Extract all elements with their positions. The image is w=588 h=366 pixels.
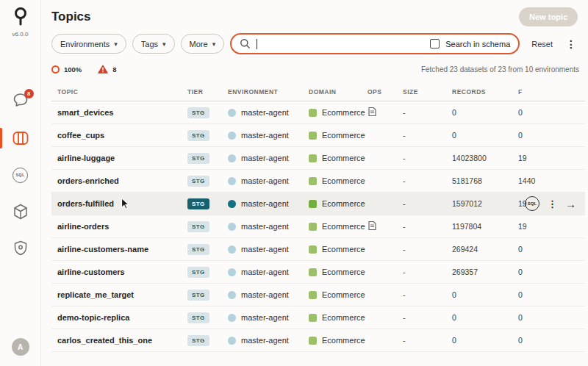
records-value: 0 xyxy=(446,313,512,322)
domain-square xyxy=(309,291,317,299)
column-header-environment[interactable]: ENVIRONMENT xyxy=(222,88,303,96)
toolbar: Environments ▾ Tags ▾ More ▾ Search in s… xyxy=(51,33,579,54)
chevron-down-icon: ▾ xyxy=(114,40,118,48)
sidebar-nav: 8 SQL xyxy=(0,89,40,261)
table-row[interactable]: smart_devices STG master-agent Ecommerce… xyxy=(51,101,585,124)
search-input[interactable] xyxy=(263,39,424,49)
records-value: 0 xyxy=(446,108,512,117)
environment-name: master-agent xyxy=(241,222,289,231)
environment-name: master-agent xyxy=(241,154,289,162)
search-in-schema-checkbox[interactable] xyxy=(430,39,440,49)
size-value: - xyxy=(397,268,446,276)
environment-dot xyxy=(228,291,236,299)
row-sql-button[interactable]: SQL xyxy=(525,196,539,211)
environment-name: master-agent xyxy=(241,131,289,140)
environment-dot xyxy=(228,200,236,208)
size-value: - xyxy=(397,199,446,208)
domain-square xyxy=(309,337,317,345)
row-open-arrow[interactable]: → xyxy=(565,198,576,210)
table-row[interactable]: airline-luggage STG master-agent Ecommer… xyxy=(51,147,585,170)
chevron-down-icon: ▾ xyxy=(162,40,166,48)
sidebar-item-apps[interactable] xyxy=(0,199,40,224)
size-value: - xyxy=(397,222,446,231)
last-column-value: 19 xyxy=(512,154,585,162)
sidebar: v6.0.0 8 SQL xyxy=(0,0,41,366)
text-caret xyxy=(257,39,257,49)
size-value: - xyxy=(397,108,446,117)
topic-name: orders-enriched xyxy=(51,176,182,185)
app-logo[interactable] xyxy=(12,7,29,29)
table-row[interactable]: coffee_cups STG master-agent Ecommerce -… xyxy=(51,124,585,147)
records-value: 14023800 xyxy=(446,154,512,162)
ops-contract-icon xyxy=(368,107,377,117)
table-header-row: TOPICTIERENVIRONMENTDOMAINOPSSIZERECORDS… xyxy=(51,82,585,101)
filter-tags[interactable]: Tags ▾ xyxy=(132,34,175,54)
last-column-value: 0 xyxy=(512,336,585,345)
records-value: 269357 xyxy=(446,268,512,276)
table-row[interactable]: demo-topic-replica STG master-agent Ecom… xyxy=(51,306,585,329)
column-header-f[interactable]: F xyxy=(512,88,585,96)
environment-name: master-agent xyxy=(241,108,289,117)
toolbar-kebab-icon[interactable]: ⋮ xyxy=(563,38,579,50)
domain-square xyxy=(309,314,317,322)
domain-name: Ecommerce xyxy=(322,131,365,140)
environment-dot xyxy=(228,268,236,276)
column-header-tier[interactable]: TIER xyxy=(182,88,222,96)
warning-icon xyxy=(98,65,108,73)
records-value: 0 xyxy=(446,336,512,345)
column-header-size[interactable]: SIZE xyxy=(397,88,446,96)
app-window: v6.0.0 8 SQL xyxy=(0,0,588,366)
topic-name: demo-topic-replica xyxy=(51,313,182,322)
table-row[interactable]: replicate_me_target STG master-agent Eco… xyxy=(51,284,585,306)
domain-name: Ecommerce xyxy=(322,290,365,299)
search-icon xyxy=(240,38,251,49)
sidebar-item-topics[interactable] xyxy=(0,126,40,151)
domain-square xyxy=(309,245,317,254)
health-percent: 100% xyxy=(64,65,82,73)
sql-icon: SQL xyxy=(12,168,28,183)
domain-square xyxy=(309,132,317,140)
filter-environments-label: Environments xyxy=(60,40,110,49)
domain-name: Ecommerce xyxy=(322,154,365,162)
topic-name: orders-fulfilled xyxy=(51,199,182,208)
environment-dot xyxy=(228,223,236,231)
domain-name: Ecommerce xyxy=(322,336,365,345)
column-header-records[interactable]: RECORDS xyxy=(446,88,512,96)
filter-more[interactable]: More ▾ xyxy=(181,34,225,54)
topics-table: TOPICTIERENVIRONMENTDOMAINOPSSIZERECORDS… xyxy=(51,82,585,352)
search-box[interactable]: Search in schema xyxy=(230,33,520,54)
column-header-ops[interactable]: OPS xyxy=(362,88,397,96)
table-row[interactable]: airline-customers-name STG master-agent … xyxy=(51,238,585,261)
page-header: Topics New topic xyxy=(41,0,588,26)
avatar[interactable]: A xyxy=(12,338,29,356)
size-value: - xyxy=(397,290,446,299)
sidebar-item-sql-studio[interactable]: SQL xyxy=(0,162,40,187)
column-header-topic[interactable]: TOPIC xyxy=(51,88,182,96)
sidebar-item-admin[interactable] xyxy=(0,236,40,261)
table-row[interactable]: carlos_created_this_one STG master-agent… xyxy=(51,329,585,352)
column-header-domain[interactable]: DOMAIN xyxy=(303,88,362,96)
new-topic-button[interactable]: New topic xyxy=(519,7,578,26)
table-body: smart_devices STG master-agent Ecommerce… xyxy=(51,101,585,352)
tier-badge: STG xyxy=(187,107,209,118)
chat-badge: 8 xyxy=(24,89,34,98)
filter-tags-label: Tags xyxy=(141,40,158,49)
filter-environments[interactable]: Environments ▾ xyxy=(51,34,126,54)
tier-badge: STG xyxy=(187,221,209,232)
environment-name: master-agent xyxy=(241,336,289,345)
chevron-down-icon: ▾ xyxy=(212,40,216,48)
table-row[interactable]: orders-enriched STG master-agent Ecommer… xyxy=(51,170,585,193)
reset-button[interactable]: Reset xyxy=(531,40,553,49)
table-row[interactable]: airline-customers STG master-agent Ecomm… xyxy=(51,261,585,284)
package-icon xyxy=(13,204,28,220)
last-column-value: 0 xyxy=(512,268,585,276)
table-row[interactable]: orders-fulfilled STG master-agent Ecomme… xyxy=(51,193,585,215)
size-value: - xyxy=(397,313,446,322)
sidebar-item-chat[interactable]: 8 xyxy=(0,89,40,114)
table-row[interactable]: airline-orders STG master-agent Ecommerc… xyxy=(51,215,585,238)
row-kebab-icon[interactable]: ⋮ xyxy=(548,198,557,209)
domain-square xyxy=(309,200,317,208)
environment-dot xyxy=(228,132,236,140)
topic-name: carlos_created_this_one xyxy=(51,336,182,345)
tier-badge: STG xyxy=(187,312,209,323)
